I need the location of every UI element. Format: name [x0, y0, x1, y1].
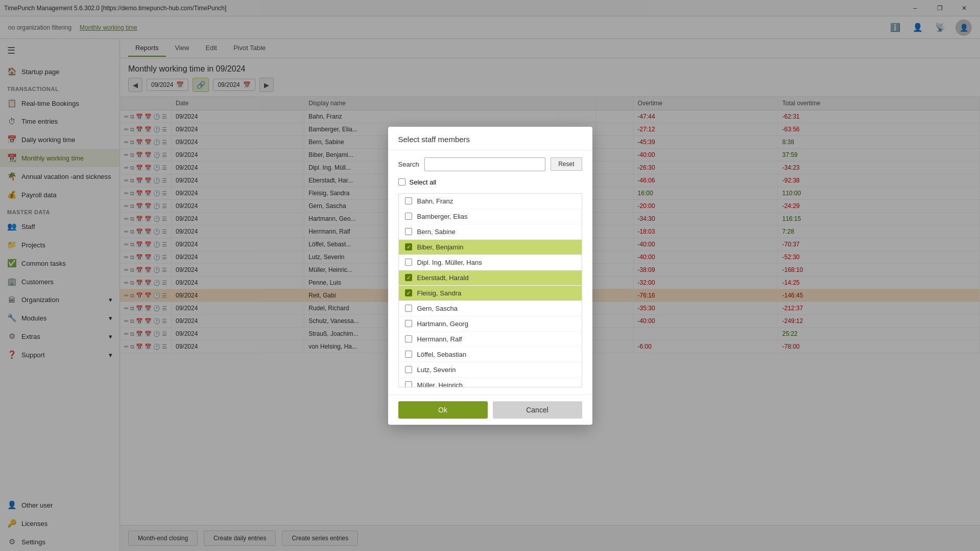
modal-list-item[interactable]: ✓ Biber, Benjamin — [399, 240, 582, 255]
member-name: Herrmann, Ralf — [417, 335, 462, 343]
select-all-checkbox[interactable] — [398, 178, 405, 186]
member-name: Löffel, Sebastian — [417, 351, 467, 358]
member-checkbox[interactable] — [405, 381, 412, 387]
modal-search-input[interactable] — [424, 157, 545, 171]
modal-overlay[interactable]: Select staff members Search Reset Select… — [0, 0, 980, 551]
member-checkbox[interactable] — [405, 305, 412, 312]
member-checkbox[interactable] — [405, 335, 412, 342]
modal-list-item[interactable]: Lutz, Severin — [399, 362, 582, 378]
modal-ok-button[interactable]: Ok — [398, 401, 488, 419]
modal-search-label: Search — [398, 160, 419, 168]
member-name: Gern, Sascha — [417, 305, 458, 312]
modal-list-item[interactable]: Herrmann, Ralf — [399, 332, 582, 347]
member-checkbox[interactable] — [405, 213, 412, 220]
member-name: Bahn, Franz — [417, 197, 453, 205]
member-checkbox[interactable] — [405, 197, 412, 204]
member-name: Biber, Benjamin — [417, 243, 464, 251]
member-checkbox[interactable]: ✓ — [405, 274, 412, 281]
member-name: Bern, Sabine — [417, 228, 456, 236]
modal-select-all-row[interactable]: Select all — [398, 176, 582, 188]
member-name: Fleisig, Sandra — [417, 289, 462, 297]
member-checkbox[interactable] — [405, 228, 412, 235]
modal-list-item[interactable]: Müller, Heinrich — [399, 378, 582, 387]
member-checkbox[interactable]: ✓ — [405, 289, 412, 296]
member-name: Bamberger, Elias — [417, 213, 468, 220]
member-checkbox[interactable] — [405, 259, 412, 266]
modal-list-item[interactable]: Bern, Sabine — [399, 224, 582, 240]
modal-header: Select staff members — [388, 127, 592, 150]
member-name: Eberstadt, Harald — [417, 274, 469, 282]
member-name: Lutz, Severin — [417, 366, 456, 374]
modal-member-list: Bahn, Franz Bamberger, Elias Bern, Sabin… — [398, 193, 582, 387]
member-checkbox[interactable] — [405, 351, 412, 358]
modal-reset-button[interactable]: Reset — [551, 157, 582, 171]
modal-list-item[interactable]: Löffel, Sebastian — [399, 347, 582, 362]
member-name: Müller, Heinrich — [417, 381, 463, 387]
modal-list-item[interactable]: Bahn, Franz — [399, 194, 582, 209]
modal-search-row: Search Reset — [398, 157, 582, 171]
modal-cancel-button[interactable]: Cancel — [493, 401, 582, 419]
select-all-label: Select all — [410, 178, 437, 186]
modal-body: Search Reset Select all Bahn, Franz Bamb… — [388, 150, 592, 395]
modal-list-item[interactable]: Hartmann, Georg — [399, 316, 582, 332]
modal-list-item[interactable]: Gern, Sascha — [399, 301, 582, 316]
modal-dialog: Select staff members Search Reset Select… — [388, 127, 592, 425]
modal-list-item[interactable]: ✓ Eberstadt, Harald — [399, 270, 582, 286]
member-name: Dipl. Ing. Müller, Hans — [417, 259, 482, 266]
member-checkbox[interactable] — [405, 366, 412, 373]
member-checkbox[interactable] — [405, 320, 412, 327]
modal-title: Select staff members — [398, 135, 470, 144]
modal-list-item[interactable]: Bamberger, Elias — [399, 209, 582, 224]
modal-footer: Ok Cancel — [388, 395, 592, 425]
member-checkbox[interactable]: ✓ — [405, 243, 412, 250]
modal-list-item[interactable]: ✓ Fleisig, Sandra — [399, 286, 582, 301]
member-name: Hartmann, Georg — [417, 320, 468, 328]
modal-list-item[interactable]: Dipl. Ing. Müller, Hans — [399, 255, 582, 270]
